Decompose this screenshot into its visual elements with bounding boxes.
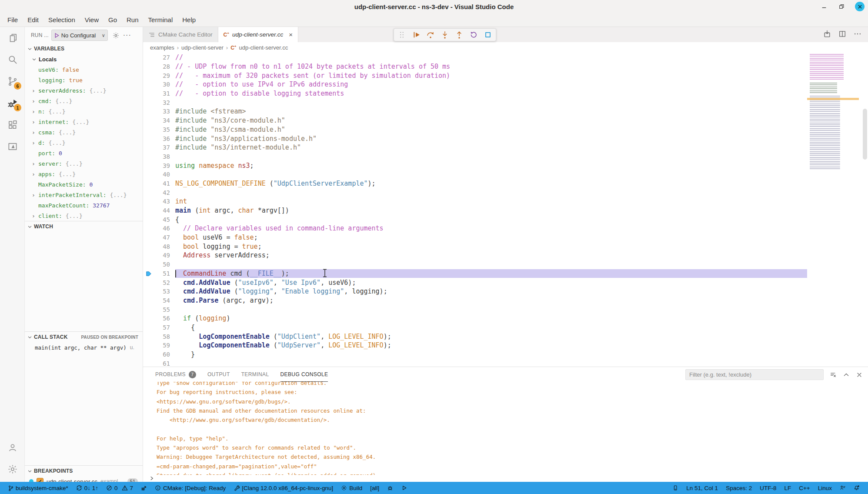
debug-console-output[interactable]: Type "show configuration" for configurat… [157,382,864,475]
code-line-58[interactable]: 58 LogComponentEnable ("UdpClient", LOG_… [143,332,868,341]
run-file-icon[interactable] [823,30,831,38]
breadcrumb-item-examples[interactable]: examples [150,44,174,51]
start-debug-icon[interactable] [54,33,60,38]
tab-udp-client-server-cc[interactable]: C+udp-client-server.cc× [218,27,298,42]
breadcrumb-item-udp-client-server[interactable]: udp-client-server [181,44,224,51]
panel-tab-problems[interactable]: PROBLEMS7 [155,367,196,382]
code-line-55[interactable]: 55 [143,305,868,314]
status-item-utf-8[interactable]: UTF-8 [757,482,779,494]
code-line-31[interactable]: 31// - option to disable logging stateme… [143,89,868,98]
variable-n[interactable]: ›n: {...} [25,106,143,117]
code-line-28[interactable]: 28// - UDP flow from n0 to n1 of 1024 by… [143,62,868,71]
close-panel-icon[interactable] [856,371,863,378]
menu-item-run[interactable]: Run [122,13,144,27]
step-into-icon[interactable] [440,30,450,40]
gear-icon[interactable] [112,32,120,39]
code-line-52[interactable]: 52 cmd.AddValue ("useIpv6", "Use Ipv6", … [143,278,868,287]
variable-cmd[interactable]: ›cmd: {...} [25,96,143,106]
activity-extensions-icon[interactable] [0,114,25,136]
line-number-60[interactable]: 60 [143,350,175,359]
code-line-46[interactable]: 46 // Declare variables used in command-… [143,224,868,233]
status-item-spaces-2[interactable]: Spaces: 2 [723,482,755,494]
variable-interPacketInterval[interactable]: ›interPacketInterval: {...} [25,190,143,200]
variables-scope[interactable]: Locals [25,54,143,64]
activity-cmake-icon[interactable] [0,136,25,157]
activity-account-icon[interactable] [0,437,25,458]
code-area[interactable]: 27//28// - UDP flow from n0 to n1 of 102… [143,53,868,367]
code-line-43[interactable]: 43int [143,197,868,206]
line-number-54[interactable]: 54 [143,296,175,305]
line-number-39[interactable]: 39 [143,161,175,170]
line-number-34[interactable]: 34 [143,116,175,125]
panel-tab-terminal[interactable]: TERMINAL [241,367,269,382]
line-number-52[interactable]: 52 [143,278,175,287]
code-line-37[interactable]: 37#include "ns3/internet-module.h" [143,143,868,152]
line-number-41[interactable]: 41 [143,179,175,188]
variable-useV6[interactable]: useV6: false [25,64,143,75]
line-number-50[interactable]: 50 [143,260,175,269]
maximize-panel-icon[interactable] [843,371,850,378]
minimize-icon[interactable] [820,3,828,10]
line-number-31[interactable]: 31 [143,89,175,98]
line-number-57[interactable]: 57 [143,323,175,332]
variable-port[interactable]: port: 0 [25,148,143,158]
code-line-35[interactable]: 35#include "ns3/csma-module.h" [143,125,868,134]
watch-section-header[interactable]: WATCH [25,221,143,232]
breadcrumb[interactable]: examples›udp-client-server›C+udp-client-… [143,42,868,53]
step-over-icon[interactable] [425,30,436,40]
console-filter-input[interactable] [685,369,824,380]
line-number-30[interactable]: 30 [143,80,175,89]
line-number-44[interactable]: 44 [143,206,175,215]
status-error-icon[interactable]: 07 [103,482,136,494]
activity-search-icon[interactable] [0,49,25,70]
line-number-36[interactable]: 36 [143,134,175,143]
code-line-33[interactable]: 33#include <fstream> [143,107,868,116]
line-number-27[interactable]: 27 [143,53,175,62]
call-stack-section-header[interactable]: CALL STACK PAUSED ON BREAKPOINT [25,332,143,342]
status-feedback-icon[interactable] [837,482,849,494]
line-number-53[interactable]: 53 [143,287,175,296]
code-line-41[interactable]: 41NS_LOG_COMPONENT_DEFINE ("UdpClientSer… [143,179,868,188]
code-line-34[interactable]: 34#include "ns3/core-module.h" [143,116,868,125]
code-line-60[interactable]: 60 } [143,350,868,359]
step-out-icon[interactable] [454,30,464,40]
code-line-38[interactable]: 38 [143,152,868,161]
activity-files-icon[interactable] [0,27,25,49]
menu-item-terminal[interactable]: Terminal [144,13,178,27]
code-line-61[interactable]: 61 [143,359,868,367]
line-number-37[interactable]: 37 [143,143,175,152]
variable-csma[interactable]: ›csma: {...} [25,127,143,137]
line-number-29[interactable]: 29 [143,71,175,80]
restart-icon[interactable] [468,30,479,40]
call-stack-frame[interactable]: main(int argc, char ** argv) u. [25,342,143,353]
code-line-39[interactable]: 39using namespace ns3; [143,161,868,170]
variable-serverAddress[interactable]: ›serverAddress: {...} [25,85,143,96]
variable-apps[interactable]: ›apps: {...} [25,169,143,179]
code-line-29[interactable]: 29// - maximum of 320 packets sent (or l… [143,71,868,80]
code-line-44[interactable]: 44main (int argc, char *argv[]) [143,206,868,215]
debug-console-prompt[interactable] [149,476,154,481]
status-item-linux[interactable]: Linux [815,482,835,494]
code-line-54[interactable]: 54 cmd.Parse (argc, argv); [143,296,868,305]
menu-item-selection[interactable]: Selection [43,13,80,27]
status-item-lf[interactable]: LF [781,482,794,494]
more-actions-icon[interactable]: ··· [123,31,131,39]
menu-item-help[interactable]: Help [177,13,200,27]
line-number-32[interactable]: 32 [143,98,175,107]
minimap[interactable] [807,53,861,201]
status-debug-alt-icon[interactable] [138,482,150,494]
close-icon[interactable] [855,2,865,11]
code-line-51[interactable]: 51 CommandLine cmd (__FILE__); [143,269,868,278]
line-number-51[interactable]: 51 [143,269,175,278]
code-line-59[interactable]: 59 LogComponentEnable ("UdpServer", LOG_… [143,341,868,350]
variable-d[interactable]: ›d: {...} [25,137,143,148]
breakpoint-item[interactable]: ✓ udp-client-server.cc exampl... 51 [25,476,143,482]
panel-tab-debug-console[interactable]: DEBUG CONSOLE [280,367,328,382]
split-editor-icon[interactable] [838,30,847,38]
line-number-58[interactable]: 58 [143,332,175,341]
breadcrumb-item-udp-client-server.cc[interactable]: udp-client-server.cc [239,44,288,51]
status-tools-icon[interactable]: [Clang 12.0.0 x86_64-pc-linux-gnu] [230,482,336,494]
line-number-61[interactable]: 61 [143,359,175,367]
line-number-42[interactable]: 42 [143,188,175,197]
restore-icon[interactable] [838,3,845,10]
